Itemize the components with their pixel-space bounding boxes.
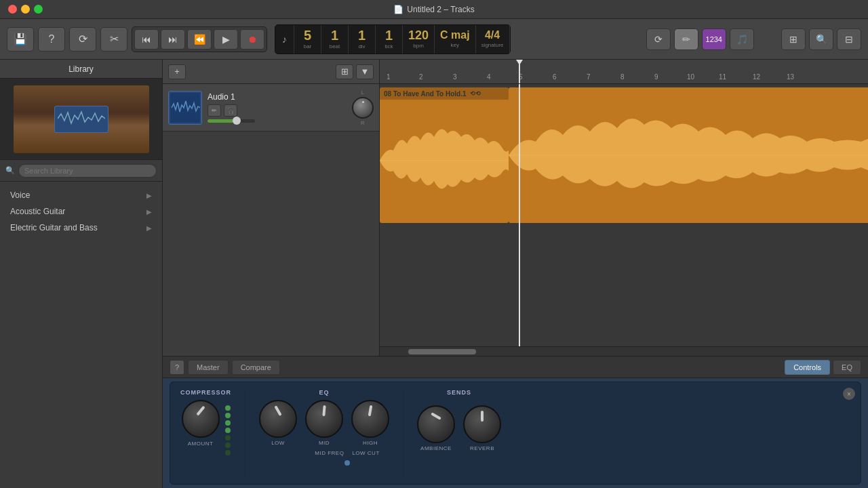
track-pan-knob[interactable] (352, 97, 374, 119)
help-button[interactable]: ? (38, 27, 65, 52)
fast-forward-button[interactable]: ⏭ (161, 29, 185, 49)
lcd-bar: 5 bar (294, 25, 321, 54)
minimize-button[interactable] (21, 5, 30, 14)
ruler-mark-2: 2 (419, 73, 423, 81)
lcd-key: C maj key (435, 25, 476, 54)
rewind-button[interactable]: ⏮ (134, 29, 159, 49)
library-item-label: Electric Guitar and Bass (10, 223, 98, 232)
meter-dot-5 (225, 435, 231, 441)
close-plugin-button[interactable]: × (843, 388, 855, 400)
timeline-playhead-line (519, 84, 520, 346)
add-track-button[interactable]: + (168, 64, 186, 79)
ruler-mark-10: 10 (687, 73, 694, 81)
meter-dot-3 (225, 420, 231, 426)
track-headphone-button[interactable]: 🎧 (224, 104, 237, 117)
lcd-div: 1 div (349, 25, 376, 54)
browse-button[interactable]: 🔍 (809, 28, 833, 50)
library-item-1[interactable]: Acoustic Guitar▶ (0, 203, 162, 220)
transport-controls: ⏮ ⏭ ⏪ ▶ ⏺ (132, 26, 267, 52)
smart-controls-button[interactable]: ⊞ (781, 28, 806, 50)
eq-high-label: HIGH (363, 440, 378, 446)
count-in-button[interactable]: 1234 (702, 28, 726, 50)
loop-button[interactable]: ⟳ (69, 27, 96, 52)
tracks-area: + ⊞ ▼ Audio 1 (163, 60, 868, 356)
scrollbar-thumb[interactable] (408, 349, 476, 354)
lcd-signature: 4/4 signature (476, 25, 510, 54)
library-item-0[interactable]: Voice▶ (0, 187, 162, 203)
lr-label-l: L (361, 89, 364, 96)
sends-ambience-group: AMBIENCE (417, 405, 455, 451)
play-button[interactable]: ▶ (214, 29, 238, 49)
sends-label: SENDS (447, 389, 471, 396)
track-controls: ✏ 🎧 (208, 104, 347, 117)
scissors-button[interactable]: ✂ (100, 27, 127, 52)
titlebar: 📄 Untitled 2 – Tracks (0, 0, 868, 19)
master-tab[interactable]: Master (188, 360, 229, 375)
midi-button[interactable]: 🎵 (730, 28, 754, 50)
eq-mid-label: MID (319, 440, 330, 446)
meter-dot-2 (225, 413, 231, 418)
eq-tab[interactable]: EQ (833, 360, 861, 375)
ruler-mark-9: 9 (654, 73, 658, 81)
meter-dot-7 (225, 450, 231, 455)
sends-ambience-label: AMBIENCE (420, 445, 452, 451)
content-area: + ⊞ ▼ Audio 1 (163, 60, 868, 488)
compressor-section: COMPRESSOR AMOUNT (180, 389, 231, 477)
maximize-button[interactable] (34, 5, 43, 14)
playhead[interactable] (519, 60, 520, 83)
ruler-mark-3: 3 (453, 73, 457, 81)
ruler-mark-13: 13 (787, 73, 794, 81)
knob-indicator (362, 101, 364, 103)
eq-label: EQ (259, 389, 389, 396)
track-filter-button[interactable]: ▼ (356, 64, 374, 79)
controls-tab[interactable]: Controls (785, 360, 830, 375)
eq-mid-freq-label: MID FREQ (315, 450, 344, 456)
eq-high-knob[interactable] (351, 400, 389, 438)
pencil-button[interactable]: ✏ (674, 28, 698, 50)
lcd-tick: 1 tick (376, 25, 403, 54)
horizontal-scrollbar[interactable] (380, 346, 868, 356)
eq-mid-knob[interactable] (305, 400, 343, 438)
track-thumbnail (168, 91, 202, 125)
eq-low-cut-label: LOW CUT (352, 450, 379, 456)
sends-ambience-knob[interactable] (417, 405, 455, 443)
eq-low-label: LOW (271, 440, 285, 446)
lcd-display: ♪ 5 bar 1 beat 1 div 1 tick 120 bpm C ma… (275, 24, 511, 54)
track-fader-fill (208, 119, 234, 123)
eq-section: EQ LOW MID (259, 389, 389, 477)
sends-reverb-knob[interactable] (463, 405, 501, 443)
track-fader[interactable] (208, 119, 255, 123)
save-button[interactable]: 💾 (7, 27, 34, 52)
timeline-tracks[interactable]: 08 To Have And To Hold.1 ⟲⟲ (380, 84, 868, 346)
library-item-arrow: ▶ (146, 208, 152, 216)
divider-2 (403, 389, 403, 477)
compressor-amount-knob[interactable] (182, 400, 220, 438)
compressor-amount-label: AMOUNT (188, 441, 214, 447)
library-item-label: Acoustic Guitar (10, 207, 65, 216)
eq-mid-groups: MID HIGH MID FREQ LOW CUT (305, 400, 389, 466)
search-icon: 🔍 (5, 166, 15, 175)
compare-tab[interactable]: Compare (232, 360, 280, 375)
ruler-mark-7: 7 (587, 73, 591, 81)
search-input[interactable] (18, 164, 157, 178)
editors-button[interactable]: ⊟ (837, 28, 861, 50)
clip-waveform (380, 100, 509, 223)
prev-button[interactable]: ⏪ (187, 29, 212, 49)
close-button[interactable] (8, 5, 17, 14)
library-item-2[interactable]: Electric Guitar and Bass▶ (0, 220, 162, 236)
library-list: Voice▶Acoustic Guitar▶Electric Guitar an… (0, 182, 162, 488)
eq-mid-group: MID (305, 400, 343, 446)
audio-clip-main[interactable] (509, 87, 868, 223)
track-info: Audio 1 ✏ 🎧 (208, 92, 347, 123)
track-fader-thumb[interactable] (233, 117, 241, 125)
record-button[interactable]: ⏺ (240, 29, 264, 49)
search-bar: 🔍 (0, 160, 162, 182)
track-view-button[interactable]: ⊞ (336, 64, 353, 79)
track-pencil-button[interactable]: ✏ (208, 104, 221, 117)
track-name: Audio 1 (208, 92, 347, 102)
plugin-info-button[interactable]: ? (170, 360, 184, 375)
compressor-label: COMPRESSOR (180, 389, 231, 396)
audio-clip-before-playhead[interactable]: 08 To Have And To Hold.1 ⟲⟲ (380, 87, 509, 223)
cycle-button[interactable]: ⟳ (646, 28, 671, 50)
eq-low-knob[interactable] (259, 400, 297, 438)
